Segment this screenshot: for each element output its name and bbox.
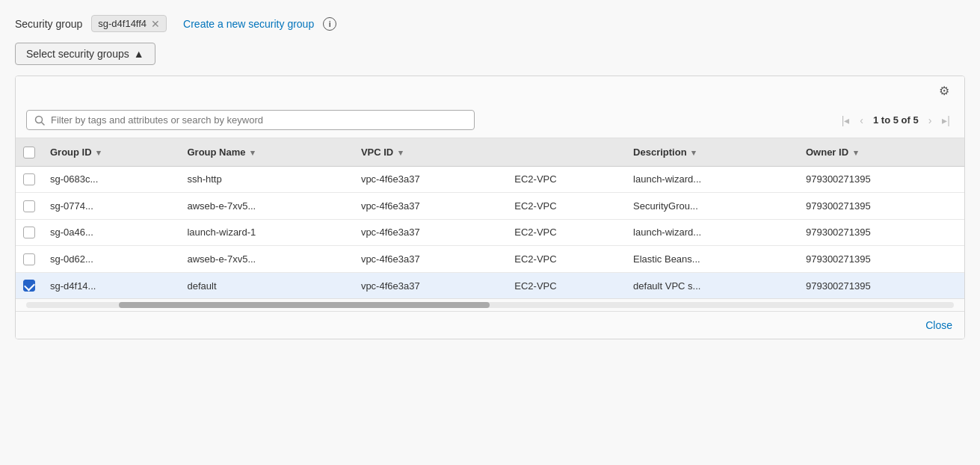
- col-description-label: Description: [633, 147, 687, 158]
- row-group-id: sg-0774...: [43, 193, 179, 220]
- group-id-sort-icon[interactable]: ▾: [96, 148, 101, 157]
- row-checkbox[interactable]: [23, 280, 35, 292]
- search-input[interactable]: [51, 114, 466, 126]
- row-col4: EC2-VPC: [507, 246, 626, 273]
- row-col4: EC2-VPC: [507, 166, 626, 193]
- table-row[interactable]: sg-0d62... awseb-e-7xv5... vpc-4f6e3a37 …: [16, 246, 964, 273]
- row-vpc-id: vpc-4f6e3a37: [354, 246, 507, 273]
- last-page-button[interactable]: ▸|: [938, 113, 954, 128]
- row-checkbox[interactable]: [23, 253, 35, 265]
- row-vpc-id: vpc-4f6e3a37: [354, 193, 507, 220]
- search-icon: [34, 115, 45, 126]
- create-security-group-link[interactable]: Create a new security group: [183, 18, 314, 30]
- panel-footer: Close: [16, 311, 964, 339]
- select-btn-label: Select security groups: [26, 48, 129, 60]
- pagination-controls: |◂ ‹ 1 to 5 of 5 › ▸|: [838, 113, 954, 128]
- col-vpc-id-label: VPC ID: [361, 147, 393, 158]
- row-vpc-id: vpc-4f6e3a37: [354, 166, 507, 193]
- table-row[interactable]: sg-0683c... ssh-http vpc-4f6e3a37 EC2-VP…: [16, 166, 964, 193]
- prev-page-button[interactable]: ‹: [856, 113, 867, 128]
- row-checkbox-cell: [16, 246, 43, 273]
- pagination-text: 1 to 5 of 5: [873, 114, 919, 126]
- panel-toolbar: |◂ ‹ 1 to 5 of 5 › ▸|: [16, 102, 964, 138]
- row-col4: EC2-VPC: [507, 193, 626, 220]
- row-description: default VPC s...: [626, 272, 798, 298]
- row-owner-id: 979300271395: [798, 219, 964, 246]
- description-sort-icon[interactable]: ▾: [691, 148, 696, 157]
- row-group-name: awseb-e-7xv5...: [179, 193, 353, 220]
- row-group-id: sg-0a46...: [43, 219, 179, 246]
- first-page-button[interactable]: |◂: [838, 113, 854, 128]
- row-checkbox-cell: [16, 166, 43, 193]
- row-vpc-id: vpc-4f6e3a37: [354, 272, 507, 298]
- scrollbar-track: [26, 302, 954, 308]
- selected-tag-chip: sg-d4f14ff4 ✕: [91, 15, 167, 32]
- row-description: launch-wizard...: [626, 166, 798, 193]
- header-row: Security group sg-d4f14ff4 ✕ Create a ne…: [15, 15, 965, 32]
- row-group-id: sg-d4f14...: [43, 272, 179, 298]
- search-wrapper: [26, 110, 475, 130]
- row-col4: EC2-VPC: [507, 272, 626, 298]
- svg-line-1: [42, 122, 45, 125]
- table-header-row: Group ID ▾ Group Name ▾ VPC ID ▾ Descrip…: [16, 138, 964, 166]
- info-icon[interactable]: i: [323, 17, 336, 31]
- gear-icon: ⚙: [939, 84, 949, 97]
- security-groups-panel: ⚙ |◂ ‹ 1 to 5 of 5 › ▸| Group ID: [15, 76, 965, 339]
- settings-gear-button[interactable]: ⚙: [934, 82, 954, 99]
- table-row[interactable]: sg-0a46... launch-wizard-1 vpc-4f6e3a37 …: [16, 219, 964, 246]
- table-row[interactable]: sg-0774... awseb-e-7xv5... vpc-4f6e3a37 …: [16, 193, 964, 220]
- table-row[interactable]: sg-d4f14... default vpc-4f6e3a37 EC2-VPC…: [16, 272, 964, 298]
- row-description: SecurityGrou...: [626, 193, 798, 220]
- security-group-label: Security group: [15, 18, 82, 30]
- row-vpc-id: vpc-4f6e3a37: [354, 219, 507, 246]
- row-col4: EC2-VPC: [507, 219, 626, 246]
- gear-row: ⚙: [16, 76, 964, 102]
- row-checkbox-cell: [16, 219, 43, 246]
- row-description: Elastic Beans...: [626, 246, 798, 273]
- row-description: launch-wizard...: [626, 219, 798, 246]
- scrollbar-thumb: [119, 302, 490, 308]
- col-group-id-label: Group ID: [50, 147, 92, 158]
- group-name-sort-icon[interactable]: ▾: [250, 148, 255, 157]
- col-owner-id: Owner ID ▾: [798, 138, 964, 166]
- vpc-id-sort-icon[interactable]: ▾: [398, 148, 403, 157]
- row-owner-id: 979300271395: [798, 272, 964, 298]
- row-group-name: ssh-http: [179, 166, 353, 193]
- col-extra: [507, 138, 626, 166]
- remove-tag-button[interactable]: ✕: [151, 19, 160, 29]
- col-group-id: Group ID ▾: [43, 138, 179, 166]
- row-owner-id: 979300271395: [798, 166, 964, 193]
- row-checkbox[interactable]: [23, 173, 35, 185]
- next-page-button[interactable]: ›: [925, 113, 936, 128]
- close-button[interactable]: Close: [925, 319, 952, 331]
- row-group-name: default: [179, 272, 353, 298]
- row-owner-id: 979300271395: [798, 193, 964, 220]
- header-checkbox-cell: [16, 138, 43, 166]
- row-checkbox[interactable]: [23, 227, 35, 238]
- chevron-up-icon: ▲: [134, 48, 144, 60]
- col-vpc-id: VPC ID ▾: [354, 138, 507, 166]
- row-checkbox-cell: [16, 272, 43, 298]
- col-group-name-label: Group Name: [187, 147, 245, 158]
- row-group-name: awseb-e-7xv5...: [179, 246, 353, 273]
- owner-id-sort-icon[interactable]: ▾: [854, 148, 858, 157]
- row-checkbox-cell: [16, 193, 43, 220]
- col-description: Description ▾: [626, 138, 798, 166]
- select-security-groups-button[interactable]: Select security groups ▲: [15, 43, 155, 65]
- row-group-name: launch-wizard-1: [179, 219, 353, 246]
- horizontal-scrollbar[interactable]: [16, 298, 964, 311]
- select-all-checkbox[interactable]: [23, 147, 35, 158]
- security-groups-table: Group ID ▾ Group Name ▾ VPC ID ▾ Descrip…: [16, 138, 964, 298]
- col-owner-id-label: Owner ID: [806, 147, 848, 158]
- row-group-id: sg-0d62...: [43, 246, 179, 273]
- tag-chip-value: sg-d4f14ff4: [98, 18, 147, 29]
- row-group-id: sg-0683c...: [43, 166, 179, 193]
- col-group-name: Group Name ▾: [179, 138, 353, 166]
- row-owner-id: 979300271395: [798, 246, 964, 273]
- row-checkbox[interactable]: [23, 200, 35, 212]
